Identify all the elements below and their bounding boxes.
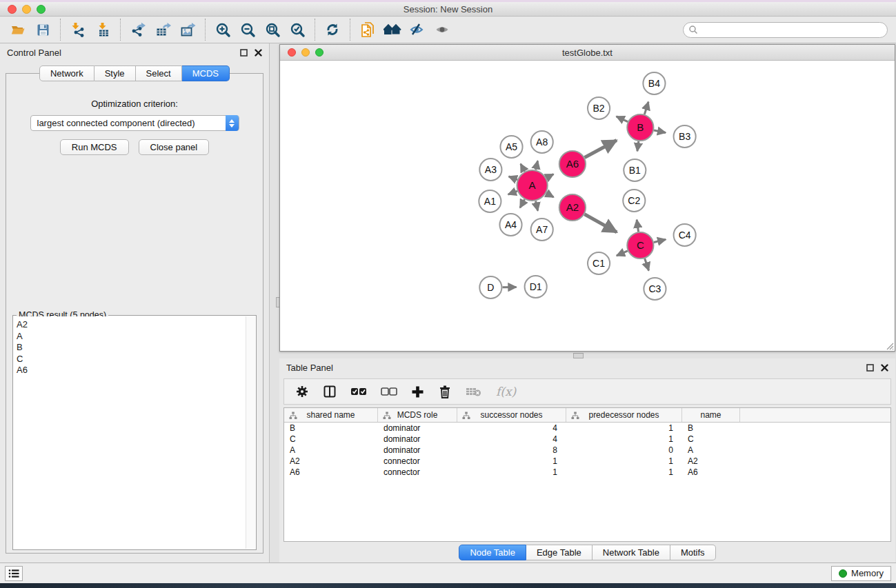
table-cell[interactable]: A2 bbox=[682, 456, 740, 467]
column-header-name[interactable]: name bbox=[682, 408, 740, 422]
table-cell[interactable]: B bbox=[682, 423, 740, 434]
graph-node-C4[interactable]: C4 bbox=[674, 224, 696, 246]
close-panel-icon[interactable] bbox=[255, 49, 262, 57]
graph-edge-C-C2[interactable] bbox=[637, 220, 638, 232]
table-cell[interactable]: 1 bbox=[457, 467, 566, 478]
table-cell[interactable]: 4 bbox=[457, 434, 566, 445]
table-cell[interactable]: A2 bbox=[284, 456, 378, 467]
network-canvas[interactable]: B4B2BB3A5A8A6A3B1AA1C2A2A4A7C4CC1DD1C3 bbox=[280, 61, 895, 351]
mcds-result-item[interactable]: C bbox=[17, 354, 246, 365]
export-table-button[interactable] bbox=[150, 18, 175, 41]
graph-edge-B-B3[interactable] bbox=[654, 130, 666, 132]
close-panel-button[interactable]: Close panel bbox=[139, 139, 210, 155]
export-image-button[interactable] bbox=[175, 18, 200, 41]
zoom-out-button[interactable] bbox=[235, 18, 260, 41]
graph-edge-A-A7[interactable] bbox=[536, 201, 538, 210]
graph-node-A1[interactable]: A1 bbox=[479, 190, 501, 212]
import-network-button[interactable] bbox=[66, 18, 90, 41]
table-cell[interactable]: 1 bbox=[457, 456, 566, 467]
graph-node-A8[interactable]: A8 bbox=[531, 131, 553, 153]
table-cell[interactable]: C bbox=[682, 434, 740, 445]
import-table-button[interactable] bbox=[90, 18, 115, 41]
graph-edge-A-A4[interactable] bbox=[520, 199, 525, 207]
graph-edge-A-A8[interactable] bbox=[536, 161, 538, 170]
table-cell[interactable]: connector bbox=[378, 456, 457, 467]
graph-node-C2[interactable]: C2 bbox=[623, 190, 645, 212]
mcds-result-item[interactable]: A bbox=[17, 331, 246, 343]
zoom-fit-button[interactable] bbox=[260, 18, 285, 41]
graph-edge-A-A6[interactable] bbox=[546, 174, 553, 179]
minimize-window-button[interactable] bbox=[22, 5, 31, 14]
table-cell[interactable]: A bbox=[284, 445, 378, 456]
graph-edge-A-A2[interactable] bbox=[546, 193, 554, 197]
zoom-network-button[interactable] bbox=[315, 48, 323, 57]
table-cell[interactable]: B bbox=[284, 423, 378, 434]
graph-node-A4[interactable]: A4 bbox=[499, 214, 521, 236]
zoom-window-button[interactable] bbox=[37, 5, 46, 14]
table-cell[interactable]: C bbox=[284, 434, 378, 445]
tab-motifs[interactable]: Motifs bbox=[670, 545, 716, 560]
graph-node-A[interactable]: A bbox=[517, 170, 548, 201]
criterion-select[interactable]: largest connected component (directed) bbox=[30, 115, 239, 131]
table-cell[interactable]: 0 bbox=[566, 445, 682, 456]
tab-network-table[interactable]: Network Table bbox=[593, 545, 670, 560]
graph-node-A5[interactable]: A5 bbox=[500, 136, 522, 158]
graph-edge-A-A3[interactable] bbox=[509, 176, 517, 180]
float-panel-icon[interactable] bbox=[240, 49, 248, 57]
table-cell[interactable]: A6 bbox=[284, 467, 378, 478]
column-header-MCDS-role[interactable]: MCDS role bbox=[378, 408, 457, 422]
new-network-from-selection-button[interactable] bbox=[355, 18, 380, 41]
table-cell[interactable]: 1 bbox=[566, 423, 682, 434]
export-network-button[interactable] bbox=[126, 18, 150, 41]
table-cell[interactable]: dominator bbox=[378, 434, 457, 445]
column-panel-button[interactable] bbox=[323, 380, 337, 403]
open-file-button[interactable] bbox=[6, 18, 30, 41]
memory-button[interactable]: Memory bbox=[831, 566, 891, 581]
table-cell[interactable]: 4 bbox=[457, 423, 566, 434]
resize-grip-icon[interactable] bbox=[884, 341, 894, 350]
graph-node-A2[interactable]: A2 bbox=[559, 194, 586, 221]
table-row[interactable]: A6connector11A6 bbox=[284, 467, 890, 478]
tab-mcds[interactable]: MCDS bbox=[182, 65, 230, 81]
graph-node-B2[interactable]: B2 bbox=[588, 97, 610, 119]
mcds-result-list[interactable]: A2ABCA6 bbox=[14, 316, 246, 549]
table-cell[interactable]: connector bbox=[378, 467, 457, 478]
graph-edge-A-A1[interactable] bbox=[508, 191, 517, 194]
task-history-button[interactable] bbox=[5, 566, 23, 581]
graph-edge-B-B2[interactable] bbox=[617, 116, 628, 122]
search-input[interactable] bbox=[683, 22, 888, 38]
graph-node-B3[interactable]: B3 bbox=[674, 125, 696, 148]
table-settings-button[interactable] bbox=[295, 380, 309, 403]
deselect-all-button[interactable] bbox=[381, 380, 397, 403]
table-row[interactable]: A2connector11A2 bbox=[284, 456, 890, 467]
float-panel-icon[interactable] bbox=[866, 364, 874, 372]
mcds-result-item[interactable]: B bbox=[17, 342, 246, 354]
table-cell[interactable]: 1 bbox=[566, 467, 682, 478]
graph-node-C3[interactable]: C3 bbox=[644, 278, 666, 300]
graph-node-B[interactable]: B bbox=[627, 114, 653, 141]
graph-edge-B-B4[interactable] bbox=[644, 102, 648, 114]
table-row[interactable]: Cdominator41C bbox=[284, 434, 890, 445]
graph-edge-C-C4[interactable] bbox=[654, 239, 666, 242]
table-cell[interactable]: dominator bbox=[378, 423, 457, 434]
mcds-result-item[interactable]: A2 bbox=[17, 319, 246, 331]
tab-node-table[interactable]: Node Table bbox=[459, 545, 526, 560]
network-window-titlebar[interactable]: testGlobe.txt bbox=[280, 45, 895, 61]
close-window-button[interactable] bbox=[8, 5, 17, 14]
save-session-button[interactable] bbox=[30, 18, 55, 41]
graph-edge-A6-B[interactable] bbox=[585, 141, 617, 158]
show-all-button[interactable] bbox=[430, 18, 455, 41]
graph-node-C1[interactable]: C1 bbox=[588, 252, 610, 274]
table-row[interactable]: Bdominator41B bbox=[284, 423, 890, 434]
zoom-selected-button[interactable] bbox=[285, 18, 310, 41]
tab-edge-table[interactable]: Edge Table bbox=[526, 545, 593, 560]
table-cell[interactable]: A bbox=[682, 445, 740, 456]
graph-edge-A-A5[interactable] bbox=[521, 164, 525, 172]
mcds-result-scrollbar[interactable] bbox=[246, 316, 255, 549]
delete-column-button[interactable] bbox=[438, 380, 452, 403]
graph-node-A7[interactable]: A7 bbox=[531, 219, 553, 241]
table-row[interactable]: Adominator80A bbox=[284, 445, 890, 456]
delete-table-button[interactable] bbox=[466, 380, 482, 403]
column-header-successor-nodes[interactable]: successor nodes bbox=[457, 408, 566, 422]
zoom-in-button[interactable] bbox=[210, 18, 235, 41]
